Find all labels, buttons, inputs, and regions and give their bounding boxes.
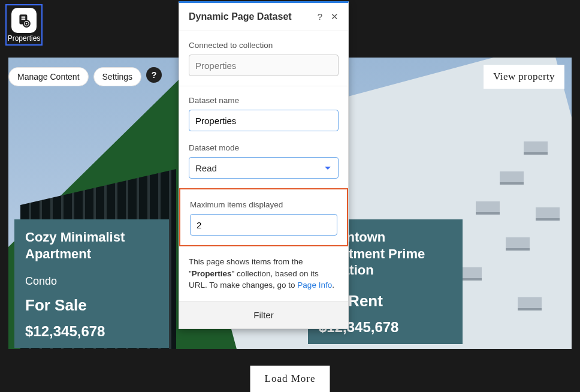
connected-collection-field: Properties [189,55,339,76]
properties-element-label: Properties [7,34,41,43]
panel-title: Dynamic Page Dataset [189,11,292,22]
load-more-button[interactable]: Load More [250,366,330,392]
dataset-name-label: Dataset name [189,96,339,105]
help-icon: ? [152,70,157,80]
view-property-button[interactable]: View property [484,65,564,89]
listing-card: Cozy Minimalist Apartment Condo For Sale… [14,219,169,348]
dataset-mode-value: Read [195,163,217,173]
close-icon[interactable]: ✕ [331,11,339,22]
toolbar: Manage Content Settings ? [8,67,162,86]
filter-button[interactable]: Filter [179,301,348,328]
settings-label: Settings [102,72,133,82]
dataset-name-input[interactable] [189,110,339,131]
manage-content-label: Manage Content [17,72,80,82]
dataset-settings-panel: Dynamic Page Dataset ? ✕ Connected to co… [179,1,349,329]
load-more-label: Load More [264,373,315,384]
listing-type: Condo [25,275,158,288]
view-property-label: View property [493,71,555,82]
dataset-mode-label: Dataset mode [189,143,339,152]
max-items-label: Maximum items displayed [190,200,337,209]
page-info-link[interactable]: Page Info [297,281,332,290]
help-button[interactable]: ? [146,67,162,83]
max-items-input[interactable] [190,214,337,236]
listing-title: Cozy Minimalist Apartment [25,229,158,262]
panel-help-icon[interactable]: ? [318,11,322,22]
max-items-section: Maximum items displayed [179,188,348,246]
listing-price: $12,345,678 [25,323,158,340]
connected-collection-label: Connected to collection [189,41,339,50]
dataset-icon [11,8,37,33]
panel-info-text: This page shows items from the "Properti… [189,256,339,291]
manage-content-button[interactable]: Manage Content [8,67,89,86]
svg-point-3 [23,20,30,27]
dataset-name-value[interactable] [195,116,332,126]
settings-button[interactable]: Settings [93,67,142,86]
properties-element[interactable]: Properties [5,4,43,46]
connected-collection-value: Properties [195,61,236,71]
max-items-value[interactable] [197,220,331,230]
dataset-mode-select[interactable]: Read [189,157,339,179]
listing-status: For Sale [25,296,158,315]
filter-label: Filter [253,310,273,320]
